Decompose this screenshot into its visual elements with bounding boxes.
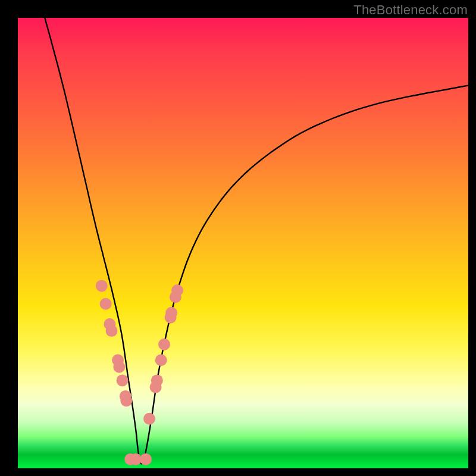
highlight-dot <box>120 395 132 407</box>
watermark-text: TheBottleneck.com <box>353 2 468 18</box>
highlight-dot <box>165 307 177 319</box>
curve-path <box>45 18 468 464</box>
highlight-dots-group <box>96 280 183 465</box>
highlight-dot <box>96 280 108 292</box>
highlight-dot <box>140 453 152 465</box>
chart-frame: TheBottleneck.com <box>0 0 476 476</box>
highlight-dot <box>100 298 112 310</box>
highlight-dot <box>113 361 125 373</box>
highlight-dot <box>106 325 118 337</box>
highlight-dot <box>158 339 170 350</box>
highlight-dot <box>171 284 183 296</box>
highlight-dot <box>151 374 163 386</box>
bottleneck-curve <box>45 18 468 464</box>
chart-svg <box>18 18 468 468</box>
highlight-dot <box>117 374 129 386</box>
highlight-dot <box>155 354 167 366</box>
highlight-dot <box>143 413 155 425</box>
